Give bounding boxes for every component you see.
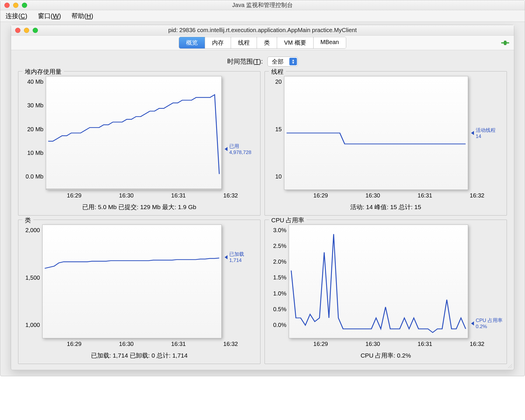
panel-heap: 堆内存使用量 40 Mb30 Mb20 Mb10 Mb0.0 Mb <box>18 71 260 216</box>
xaxis-heap: 16:2916:3016:3116:32 <box>22 190 257 199</box>
time-range-select[interactable]: 全部 ▲▼ <box>267 57 298 66</box>
tab-segmented-control: 概览 内存 线程 类 VM 概要 MBean <box>179 37 346 49</box>
chart-classes[interactable] <box>42 225 222 338</box>
chart-heap[interactable] <box>46 76 222 190</box>
menu-window[interactable]: 窗口(W) <box>38 12 61 20</box>
chart-cpu[interactable] <box>289 225 468 338</box>
connection-status-icon <box>501 40 509 46</box>
time-range-value: 全部 <box>272 58 284 66</box>
window-title: Java 监视和管理控制台 <box>0 1 525 9</box>
panel-title-heap: 堆内存使用量 <box>22 68 64 76</box>
yaxis-heap: 40 Mb30 Mb20 Mb10 Mb0.0 Mb <box>22 76 46 190</box>
resize-grip-icon[interactable] <box>508 363 513 369</box>
stats-threads: 活动: 14 峰值: 15 总计: 15 <box>268 199 503 213</box>
menu-help[interactable]: 帮助(H) <box>71 12 93 20</box>
chevron-updown-icon: ▲▼ <box>289 58 297 65</box>
callout-heap: 已用 4,978,728 <box>222 143 257 155</box>
tab-vm-summary[interactable]: VM 概要 <box>277 37 314 48</box>
yaxis-cpu: 3.0%2.5%2.0%1.5%1.0%0.5%0.0% <box>268 225 289 338</box>
tab-classes[interactable]: 类 <box>257 37 277 48</box>
xaxis-threads: 16:2916:3016:3116:32 <box>268 190 503 199</box>
connection-title: pid: 29836 com.intellij.rt.execution.app… <box>11 27 514 34</box>
svg-line-5 <box>512 368 512 368</box>
main-window: Java 监视和管理控制台 连接(C) 窗口(W) 帮助(H) pid: 298… <box>0 0 525 376</box>
time-range-row: 时间范围(T): 全部 ▲▼ <box>11 50 514 71</box>
yaxis-classes: 2,0001,5001,000 <box>22 225 42 338</box>
panel-threads: 线程 201510 活动线程 14 <box>265 71 507 216</box>
tab-overview[interactable]: 概览 <box>179 37 205 48</box>
xaxis-classes: 16:2916:3016:3116:32 <box>22 338 257 347</box>
tab-mbean[interactable]: MBean <box>314 37 346 48</box>
chart-threads[interactable] <box>284 76 468 190</box>
svg-rect-1 <box>504 41 506 45</box>
triangle-left-icon <box>225 147 228 151</box>
menu-connect[interactable]: 连接(C) <box>6 12 27 20</box>
xaxis-cpu: 16:2916:3016:3116:32 <box>268 338 503 347</box>
callout-threads: 活动线程 14 <box>468 127 503 139</box>
panel-title-cpu: CPU 占用率 <box>269 216 307 224</box>
connection-titlebar: pid: 29836 com.intellij.rt.execution.app… <box>11 25 514 36</box>
panel-classes: 类 2,0001,5001,000 已加载 1,714 <box>18 220 260 364</box>
menubar: 连接(C) 窗口(W) 帮助(H) <box>0 10 525 22</box>
callout-cpu: CPU 占用率 0.2% <box>468 317 503 330</box>
panel-cpu: CPU 占用率 3.0%2.5%2.0%1.5%1.0%0.5%0.0% CPU… <box>265 220 507 364</box>
tab-memory[interactable]: 内存 <box>205 37 231 48</box>
svg-line-3 <box>508 364 512 368</box>
connection-window: pid: 29836 com.intellij.rt.execution.app… <box>11 25 514 370</box>
time-range-label: 时间范围(T): <box>227 57 263 66</box>
panel-title-threads: 线程 <box>269 68 286 76</box>
tabbar: 概览 内存 线程 类 VM 概要 MBean <box>11 36 514 50</box>
yaxis-threads: 201510 <box>268 76 284 190</box>
triangle-left-icon <box>471 131 474 135</box>
tab-threads[interactable]: 线程 <box>231 37 257 48</box>
stats-heap: 已用: 5.0 Mb 已提交: 129 Mb 最大: 1.9 Gb <box>22 199 257 213</box>
stats-cpu: CPU 占用率: 0.2% <box>268 347 503 361</box>
panel-title-classes: 类 <box>22 216 33 224</box>
callout-classes: 已加载 1,714 <box>222 251 257 263</box>
main-titlebar: Java 监视和管理控制台 <box>0 0 525 10</box>
charts-grid: 堆内存使用量 40 Mb30 Mb20 Mb10 Mb0.0 Mb <box>11 71 514 370</box>
stats-classes: 已加载: 1,714 已卸载: 0 总计: 1,714 <box>22 347 257 361</box>
triangle-left-icon <box>225 255 228 259</box>
triangle-left-icon <box>471 321 474 326</box>
